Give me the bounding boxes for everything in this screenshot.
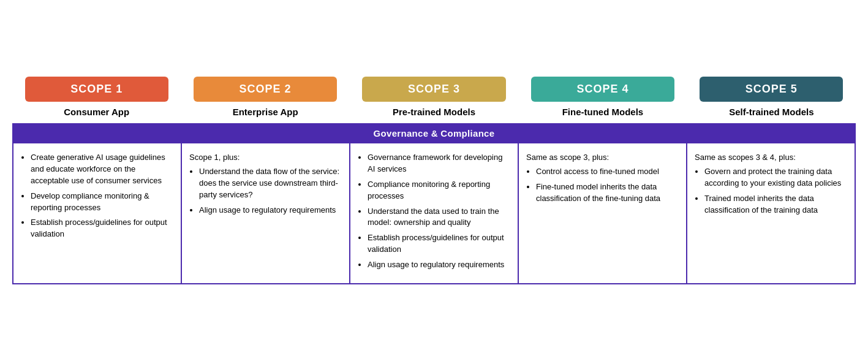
list-item: Understand the data used to train the mo… bbox=[368, 206, 509, 229]
scope4-list: Control access to fine-tuned model Fine-… bbox=[536, 166, 677, 205]
list-item: Trained model inherits the data classifi… bbox=[704, 193, 846, 216]
scope5-content: Same as scopes 3 & 4, plus: Govern and p… bbox=[687, 143, 855, 283]
list-item: Develop compliance monitoring & reportin… bbox=[31, 191, 172, 214]
scope4-plus-label: Same as scope 3, plus: bbox=[526, 152, 677, 164]
scope5-list: Govern and protect the training data acc… bbox=[704, 166, 846, 216]
scope4-badge: SCOPE 4 bbox=[531, 77, 674, 102]
scope2-content: Scope 1, plus: Understand the data flow … bbox=[182, 143, 350, 283]
scope2-badge: SCOPE 2 bbox=[194, 77, 337, 102]
scope3-badge: SCOPE 3 bbox=[362, 77, 505, 102]
list-item: Align usage to regulatory requirements bbox=[199, 205, 341, 216]
list-item: Align usage to regulatory requirements bbox=[368, 259, 509, 271]
list-item: Governance framework for developing AI s… bbox=[368, 152, 509, 175]
scope5-badge: SCOPE 5 bbox=[700, 77, 843, 102]
header-row: SCOPE 1 Consumer App SCOPE 2 Enterprise … bbox=[12, 77, 856, 123]
list-item: Create generative AI usage guidelines an… bbox=[31, 152, 172, 187]
diagram: SCOPE 1 Consumer App SCOPE 2 Enterprise … bbox=[12, 77, 856, 284]
scope4-subtitle: Fine-tuned Models bbox=[562, 107, 644, 121]
scope1-header: SCOPE 1 Consumer App bbox=[12, 77, 181, 123]
scope1-content: Create generative AI usage guidelines an… bbox=[13, 143, 182, 283]
scope1-list: Create generative AI usage guidelines an… bbox=[31, 152, 172, 240]
scope2-header: SCOPE 2 Enterprise App bbox=[181, 77, 349, 123]
list-item: Compliance monitoring & reporting proces… bbox=[368, 179, 509, 202]
list-item: Understand the data flow of the service:… bbox=[199, 166, 341, 201]
scope3-header: SCOPE 3 Pre-trained Models bbox=[350, 77, 518, 123]
scope3-subtitle: Pre-trained Models bbox=[393, 107, 475, 121]
list-item: Fine-tuned model inherits the data class… bbox=[536, 181, 677, 205]
list-item: Establish process/guidelines for output … bbox=[31, 217, 172, 240]
scope2-list: Understand the data flow of the service:… bbox=[199, 166, 341, 216]
scope5-header: SCOPE 5 Self-trained Models bbox=[687, 77, 856, 123]
list-item: Govern and protect the training data acc… bbox=[704, 166, 846, 189]
scope2-plus-label: Scope 1, plus: bbox=[189, 152, 341, 164]
list-item: Control access to fine-tuned model bbox=[536, 166, 677, 178]
scope4-header: SCOPE 4 Fine-tuned Models bbox=[518, 77, 687, 123]
governance-bar: Governance & Compliance bbox=[12, 123, 856, 143]
scope2-subtitle: Enterprise App bbox=[233, 107, 298, 121]
scope3-list: Governance framework for developing AI s… bbox=[368, 152, 509, 271]
scope3-content: Governance framework for developing AI s… bbox=[350, 143, 519, 283]
scope5-subtitle: Self-trained Models bbox=[729, 107, 813, 121]
content-row: Create generative AI usage guidelines an… bbox=[12, 143, 856, 284]
scope1-badge: SCOPE 1 bbox=[25, 77, 168, 102]
scope1-subtitle: Consumer App bbox=[64, 107, 129, 121]
scope5-plus-label: Same as scopes 3 & 4, plus: bbox=[695, 152, 846, 164]
list-item: Establish process/guidelines for output … bbox=[368, 232, 509, 256]
scope4-content: Same as scope 3, plus: Control access to… bbox=[519, 143, 687, 283]
